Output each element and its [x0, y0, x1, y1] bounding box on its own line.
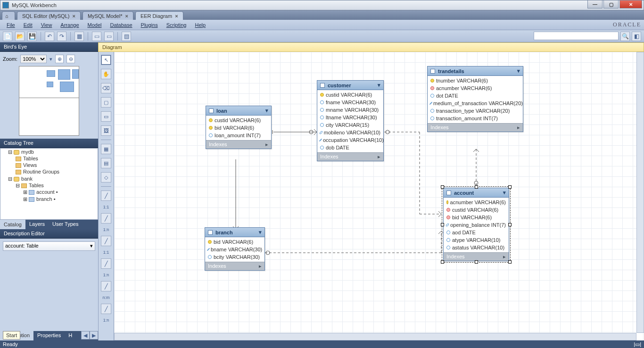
zoom-in-icon[interactable]: ⊕ [55, 55, 64, 63]
tab-sql-editor[interactable]: SQL Editor (MySQL)× [17, 11, 81, 20]
menu-arrange[interactable]: Arrange [57, 21, 83, 29]
column-row[interactable]: bid VARCHAR(6) [444, 214, 509, 221]
close-icon[interactable]: × [72, 13, 75, 19]
column-row[interactable]: tnumber VARCHAR(6) [428, 77, 523, 84]
snap-icon[interactable]: ▭ [104, 32, 114, 41]
tab-home[interactable]: ⌂ [2, 11, 15, 20]
rel-1-n-icon[interactable]: ╱ [101, 213, 111, 224]
pointer-icon[interactable]: ↖ [101, 55, 111, 65]
rel-n-m-icon[interactable]: ╱ [101, 281, 111, 291]
chevron-right-icon[interactable]: ▸ [265, 141, 268, 148]
menu-database[interactable]: Database [106, 21, 136, 29]
column-row[interactable]: acnumber VARCHAR(6) [428, 84, 523, 92]
column-row[interactable]: custid VARCHAR(6) [317, 91, 383, 99]
redo-icon[interactable]: ↷ [57, 32, 66, 41]
export-icon[interactable]: ▤ [122, 32, 131, 41]
table-tool-icon[interactable]: ▦ [101, 144, 111, 154]
scrollbar-vertical[interactable] [636, 52, 644, 333]
rel-1-n-id-icon[interactable]: ╱ [101, 258, 111, 269]
column-row[interactable]: custid VARCHAR(6) [206, 116, 271, 124]
view-tool-icon[interactable]: ▤ [101, 158, 111, 168]
catalog-tree[interactable]: ⊟ mydb Tables Views Routine Groups ⊟ ban… [0, 148, 98, 220]
chevron-right-icon[interactable]: ▸ [517, 124, 520, 131]
entity-trandetails[interactable]: trandetails▾ tnumber VARCHAR(6)acnumber … [427, 66, 523, 132]
entity-branch[interactable]: branch▾ bid VARCHAR(6)bname VARCHAR(30)b… [205, 227, 265, 271]
save-icon[interactable]: 💾 [27, 32, 37, 41]
tab-next-icon[interactable]: ▶ [90, 331, 98, 340]
rel-1-1-icon[interactable]: ╱ [101, 191, 111, 201]
menu-plugins[interactable]: Plugins [137, 21, 162, 29]
column-row[interactable]: bname VARCHAR(30) [205, 246, 264, 253]
sidetab-layers[interactable]: Layers [25, 220, 49, 229]
scrollbar-horizontal[interactable] [114, 333, 636, 340]
zoom-select[interactable]: 100% [20, 55, 47, 63]
close-button[interactable]: ✕ [619, 0, 642, 8]
zoom-dropdown-icon[interactable]: ▾ [50, 56, 52, 62]
description-select[interactable]: account: Table ▾ [3, 241, 95, 251]
chevron-right-icon[interactable]: ▸ [378, 154, 380, 160]
column-row[interactable]: opening_balance INT(7) [444, 221, 509, 229]
close-icon[interactable]: × [125, 13, 128, 19]
entity-loan[interactable]: loan▾ custid VARCHAR(6)bid VARCHAR(6)loa… [206, 106, 272, 149]
undo-icon[interactable]: ↶ [45, 32, 54, 41]
birdseye-preview[interactable] [19, 66, 79, 136]
chevron-down-icon[interactable]: ▾ [503, 190, 506, 196]
bottomtab-properties[interactable]: Properties [33, 331, 65, 340]
column-row[interactable]: dob DATE [317, 144, 383, 151]
close-icon[interactable]: × [175, 13, 178, 19]
grid-icon[interactable]: ▦ [74, 32, 84, 41]
search-input[interactable] [534, 32, 619, 40]
column-row[interactable]: transaction_type VARCHAR(20) [428, 107, 523, 115]
sidetab-catalog[interactable]: Catalog [0, 220, 25, 229]
maximize-button[interactable]: ▢ [603, 0, 619, 8]
tab-eer-diagram[interactable]: EER Diagram× [135, 11, 183, 20]
column-row[interactable]: mobileno VARCHAR(10) [317, 129, 383, 136]
sidetab-usertypes[interactable]: User Types [49, 220, 82, 229]
column-row[interactable]: loan_amount INT(7) [206, 132, 271, 139]
diagram-canvas[interactable]: loan▾ custid VARCHAR(6)bid VARCHAR(6)loa… [114, 52, 644, 340]
image-icon[interactable]: 🖼 [101, 125, 111, 136]
routine-tool-icon[interactable]: ◇ [101, 172, 111, 182]
column-row[interactable]: mname VARCHAR(30) [317, 106, 383, 114]
menu-edit[interactable]: Edit [20, 21, 36, 29]
hand-icon[interactable]: ✋ [101, 69, 111, 79]
column-row[interactable]: fname VARCHAR(30) [317, 99, 383, 106]
column-row[interactable]: occupation VARCHAR(10) [317, 136, 383, 144]
rel-existing-icon[interactable]: ╱ [101, 304, 111, 314]
minimize-button[interactable]: — [587, 0, 603, 8]
column-row[interactable]: dot DATE [428, 92, 523, 99]
tab-mysql-model[interactable]: MySQL Model*× [83, 11, 133, 20]
entity-customer[interactable]: customer▾ custid VARCHAR(6)fname VARCHAR… [317, 80, 384, 161]
column-row[interactable]: bcity VARCHAR(30) [205, 253, 264, 261]
open-icon[interactable]: 📂 [15, 32, 25, 41]
menu-help[interactable]: Help [191, 21, 209, 29]
search-icon[interactable]: 🔍 [620, 32, 630, 41]
column-row[interactable]: atype VARCHAR(10) [444, 236, 509, 244]
new-icon[interactable]: 📄 [3, 32, 12, 41]
column-row[interactable]: medium_of_transaction VARCHAR(20) [428, 99, 523, 107]
column-row[interactable]: astatus VARCHAR(10) [444, 244, 509, 251]
bottomtab-history[interactable]: H [65, 331, 76, 340]
chevron-down-icon[interactable]: ▾ [378, 82, 380, 88]
layer-icon[interactable]: ▢ [101, 97, 111, 108]
zoom-out-icon[interactable]: ⊖ [66, 55, 75, 63]
entity-account[interactable]: account▾ acnumber VARCHAR(6)custid VARCH… [443, 188, 509, 261]
menu-file[interactable]: File [3, 21, 19, 29]
column-row[interactable]: city VARCHAR(15) [317, 121, 383, 129]
eraser-icon[interactable]: ⌫ [101, 83, 111, 93]
column-row[interactable]: acnumber VARCHAR(6) [444, 199, 509, 206]
chevron-down-icon[interactable]: ▾ [517, 68, 520, 74]
chevron-right-icon[interactable]: ▸ [259, 263, 262, 269]
tab-prev-icon[interactable]: ◀ [81, 331, 90, 340]
align-icon[interactable]: ▭ [92, 32, 101, 41]
chevron-down-icon[interactable]: ▾ [259, 229, 262, 235]
chevron-right-icon[interactable]: ▸ [503, 254, 506, 260]
column-row[interactable]: transaction_amount INT(7) [428, 115, 523, 122]
toggle-panel-icon[interactable]: ◧ [632, 32, 641, 41]
column-row[interactable]: ltname VARCHAR(30) [317, 114, 383, 121]
chevron-down-icon[interactable]: ▾ [265, 108, 268, 114]
menu-model[interactable]: Model [84, 21, 106, 29]
column-row[interactable]: custid VARCHAR(6) [444, 206, 509, 214]
note-icon[interactable]: ▭ [101, 111, 111, 122]
rel-1-1-id-icon[interactable]: ╱ [101, 236, 111, 246]
